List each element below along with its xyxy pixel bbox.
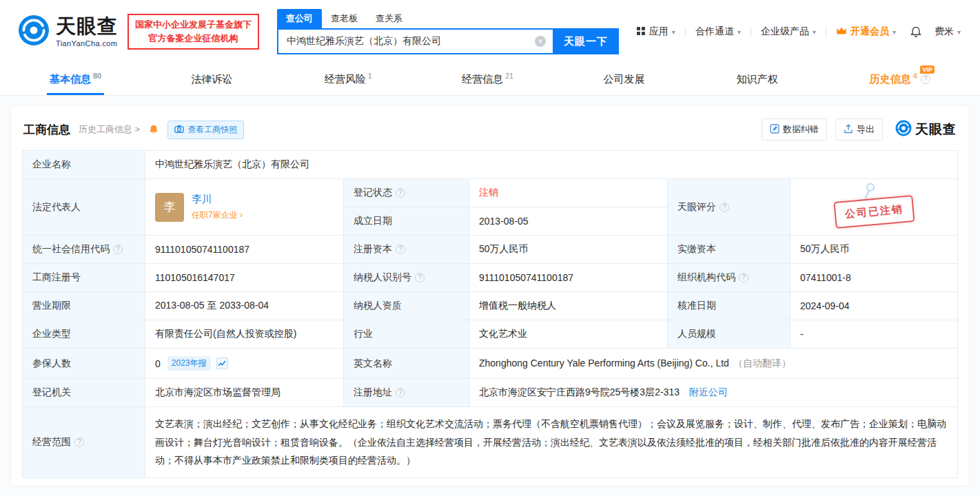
data-correction-button[interactable]: 数据纠错: [762, 118, 827, 141]
field-label-industry: 行业: [344, 320, 469, 349]
nav-vip-label: 开通会员: [850, 25, 889, 38]
nearby-companies-link[interactable]: 附近公司: [689, 386, 728, 397]
field-label-credit-code: 统一社会信用代码?: [23, 236, 145, 264]
auto-translate-note: （自动翻译）: [733, 358, 791, 369]
export-button[interactable]: 导出: [835, 118, 883, 141]
status-badge: 注销: [479, 187, 498, 198]
help-icon[interactable]: ?: [396, 245, 405, 254]
field-value-taxpayer-quality: 增值税一般纳税人: [469, 292, 668, 320]
nav-divider: [826, 27, 826, 37]
field-label-reg-address: 注册地址?: [344, 379, 469, 407]
clear-search-icon[interactable]: ✕: [535, 36, 546, 47]
search-tab-relation[interactable]: 查关系: [367, 9, 411, 28]
tab-operation-risk[interactable]: 经营风险1: [325, 63, 372, 95]
table-row: 登记机关 北京市海淀区市场监督管理局 注册地址? 北京市海淀区安宁庄西路9号院2…: [23, 379, 958, 407]
tab-count: 80: [93, 72, 101, 80]
help-icon[interactable]: ?: [719, 203, 729, 212]
vip-badge: VIP: [920, 65, 935, 74]
monitor-bell-icon[interactable]: [148, 124, 159, 135]
field-label-approval-date: 核准日期: [668, 292, 790, 320]
legal-rep-name-link[interactable]: 李川: [192, 193, 243, 206]
field-label-business-term: 营业期限: [23, 292, 145, 320]
field-value-company-type: 有限责任公司(自然人投资或控股): [145, 320, 344, 349]
chevron-down-icon: ▾: [672, 28, 675, 36]
logo-subtext: TianYanCha.com: [56, 39, 118, 48]
field-value-credit-code: 911101050741100187: [145, 236, 344, 264]
table-row: 统一社会信用代码? 911101050741100187 注册资本? 50万人民…: [23, 236, 958, 264]
search-tab-boss[interactable]: 查老板: [322, 9, 367, 28]
top-header: 天眼查 TianYanCha.com 国家中小企业发展子基金旗下 官方备案企业征…: [0, 0, 980, 63]
tab-company-development[interactable]: 公司发展: [603, 63, 646, 95]
field-label-paid-capital: 实缴资本: [668, 236, 790, 264]
search-type-tabs: 查公司 查老板 查关系: [277, 9, 619, 28]
field-value-paid-capital: 50万人民币: [790, 236, 958, 264]
nav-cooperation-label: 合作通道: [695, 25, 734, 38]
camera-icon: [174, 124, 184, 136]
help-icon[interactable]: ?: [113, 245, 123, 254]
trend-chart-icon[interactable]: [216, 358, 228, 369]
help-icon[interactable]: ?: [739, 273, 748, 282]
search-tab-company[interactable]: 查公司: [277, 9, 322, 28]
table-row: 法定代表人 李 李川 任职7家企业 › 登记状态? 注销: [23, 179, 958, 207]
field-value-reg-status: 注销: [469, 179, 668, 207]
crown-icon: [836, 26, 847, 37]
field-label-staff-size: 人员规模: [668, 320, 790, 349]
watermark-text: 天眼查: [915, 121, 957, 138]
nav-vip-membership[interactable]: 开通会员 ▾: [836, 25, 896, 38]
help-icon[interactable]: ?: [921, 74, 930, 84]
watermark-logo: 天眼查: [895, 120, 957, 139]
nav-user-menu[interactable]: 费米 ▾: [935, 25, 961, 38]
field-value-reg-number: 110105016147017: [145, 264, 344, 292]
help-icon[interactable]: ?: [396, 188, 405, 198]
chevron-down-icon: ▾: [737, 28, 741, 36]
nav-enterprise-products[interactable]: 企业级产品 ▾: [761, 25, 816, 38]
field-label-establish-date: 成立日期: [344, 207, 469, 236]
annual-report-badge[interactable]: 2023年报: [167, 356, 211, 371]
tab-intellectual-property[interactable]: 知识产权: [737, 63, 780, 95]
tab-legal-litigation[interactable]: 法律诉讼: [191, 63, 234, 95]
field-label-reg-authority: 登记机关: [23, 379, 145, 407]
field-value-reg-capital: 50万人民币: [469, 236, 668, 264]
section-title: 工商信息: [23, 122, 70, 138]
nav-apps-label: 应用: [649, 25, 668, 38]
nav-apps[interactable]: 应用 ▾: [636, 25, 675, 38]
legal-rep-avatar[interactable]: 李: [155, 193, 184, 222]
tianyancha-logo-icon: [895, 120, 912, 139]
search-button[interactable]: 天眼一下: [553, 28, 619, 54]
header-nav: 应用 ▾ 合作通道 ▾ 企业级产品 ▾ 开通会员 ▾ 费米: [636, 25, 961, 38]
apps-grid-icon: [636, 26, 646, 38]
field-value-taxpayer-id: 911101050741100187: [469, 264, 668, 292]
field-value-legal-rep: 李 李川 任职7家企业 ›: [145, 179, 344, 236]
field-value-org-code: 07411001-8: [790, 264, 958, 292]
field-label-reg-capital: 注册资本?: [344, 236, 469, 264]
history-business-info-link[interactable]: 历史工商信息 >: [79, 123, 140, 136]
legal-rep-positions-link[interactable]: 任职7家企业 ›: [192, 209, 243, 221]
help-icon[interactable]: ?: [415, 273, 425, 282]
field-value-business-term: 2013-08-05 至 2033-08-04: [145, 292, 344, 320]
tab-operation-info[interactable]: 经营信息21: [462, 63, 513, 95]
view-business-snapshot-button[interactable]: 查看工商快照: [167, 121, 244, 139]
help-icon[interactable]: ?: [396, 388, 405, 397]
table-row: 企业名称 中鸿世纪雅乐演艺（北京）有限公司: [23, 151, 958, 179]
nav-cooperation[interactable]: 合作通道 ▾: [695, 25, 741, 38]
nav-divider: [685, 27, 686, 37]
help-icon[interactable]: ?: [74, 437, 84, 447]
table-row: 参保人数 0 2023年报: [23, 349, 958, 379]
field-value-english-name: Zhonghong Century Yale Performing Arts (…: [469, 349, 958, 379]
table-row: 营业期限 2013-08-05 至 2033-08-04 纳税人资质 增值税一般…: [23, 292, 958, 320]
field-label-reg-number: 工商注册号: [23, 264, 145, 292]
field-label-org-code: 组织机构代码?: [668, 264, 790, 292]
field-label-taxpayer-quality: 纳税人资质: [344, 292, 469, 320]
chevron-down-icon: ▾: [892, 28, 896, 36]
tab-basic-info[interactable]: 基本信息80: [50, 63, 101, 95]
tianyancha-logo[interactable]: 天眼查 TianYanCha.com: [18, 14, 118, 49]
table-row: 企业类型 有限责任公司(自然人投资或控股) 行业 文化艺术业 人员规模 -: [23, 320, 958, 349]
field-label-reg-status: 登记状态?: [344, 179, 469, 207]
search-area: 查公司 查老板 查关系 ✕ 天眼一下: [277, 9, 619, 54]
tab-count: 21: [505, 72, 513, 80]
tab-history-info[interactable]: VIP 历史信息4 ?: [870, 63, 930, 95]
search-input[interactable]: [277, 28, 553, 54]
company-section-tabs: 基本信息80 法律诉讼 经营风险1 经营信息21 公司发展 知识产权 VIP 历…: [0, 63, 980, 96]
field-value-staff-size: -: [790, 320, 958, 349]
notification-bell-icon[interactable]: [910, 25, 922, 38]
